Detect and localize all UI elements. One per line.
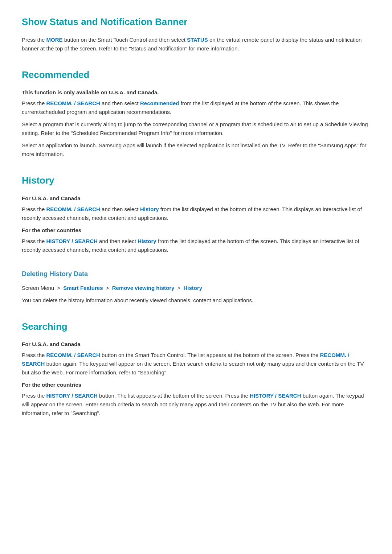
section-title-history: History [22, 173, 370, 188]
para-searching-usa: Press the RECOMM. / SEARCH button on the… [22, 351, 370, 377]
breadcrumb-remove-viewing-history: Remove viewing history [112, 285, 175, 291]
para-recommended-1: Press the RECOMM. / SEARCH and then sele… [22, 99, 370, 116]
highlight-recomm-search-1: RECOMM. / SEARCH [46, 100, 100, 106]
history-usa-label: For U.S.A. and Canada [22, 194, 370, 203]
highlight-history-link-1: History [140, 206, 159, 212]
highlight-more: MORE [46, 37, 63, 43]
para-show-status: Press the MORE button on the Smart Touch… [22, 36, 370, 53]
breadcrumb-sep-3: > [177, 285, 182, 291]
section-searching: Searching For U.S.A. and Canada Press th… [22, 319, 370, 418]
section-show-status: Show Status and Notification Banner Pres… [22, 15, 370, 53]
para-recommended-3: Select an application to launch. Samsung… [22, 141, 370, 159]
breadcrumb-sep-1: > [57, 285, 62, 291]
section-title-recommended: Recommended [22, 67, 370, 83]
section-title-show-status: Show Status and Notification Banner [22, 15, 370, 30]
breadcrumb-screen-menu: Screen Menu [22, 285, 54, 291]
breadcrumb-smart-features: Smart Features [63, 285, 103, 291]
breadcrumb-deleting-history: Screen Menu > Smart Features > Remove vi… [22, 284, 370, 292]
history-other-label: For the other countries [22, 226, 370, 235]
searching-other-label: For the other countries [22, 381, 370, 389]
highlight-status: STATUS [187, 37, 208, 43]
section-history: History For U.S.A. and Canada Press the … [22, 173, 370, 254]
para-deleting-history: You can delete the history information a… [22, 296, 370, 305]
highlight-history-link-2: History [138, 238, 156, 244]
para-recommended-2: Select a program that is currently airin… [22, 120, 370, 138]
section-deleting-history: Deleting History Data Screen Menu > Smar… [22, 269, 370, 305]
highlight-recommended-link: Recommended [140, 100, 179, 106]
para-history-other: Press the HISTORY / SEARCH and then sele… [22, 237, 370, 254]
breadcrumb-sep-2: > [106, 285, 111, 291]
recommended-availability-note: This function is only available on U.S.A… [22, 88, 370, 97]
breadcrumb-history: History [183, 285, 202, 291]
highlight-recomm-search-2: RECOMM. / SEARCH [46, 352, 100, 358]
highlight-recomm-search-history: RECOMM. / SEARCH [46, 206, 100, 212]
section-recommended: Recommended This function is only availa… [22, 67, 370, 159]
para-history-usa: Press the RECOMM. / SEARCH and then sele… [22, 205, 370, 222]
section-title-deleting-history: Deleting History Data [22, 269, 370, 279]
highlight-history-search-2: HISTORY / SEARCH [46, 393, 98, 399]
section-title-searching: Searching [22, 319, 370, 335]
searching-usa-label: For U.S.A. and Canada [22, 340, 370, 349]
para-searching-other: Press the HISTORY / SEARCH button. The l… [22, 391, 370, 418]
highlight-history-search-1: HISTORY / SEARCH [46, 238, 98, 244]
highlight-history-search-3: HISTORY / SEARCH [250, 393, 301, 399]
